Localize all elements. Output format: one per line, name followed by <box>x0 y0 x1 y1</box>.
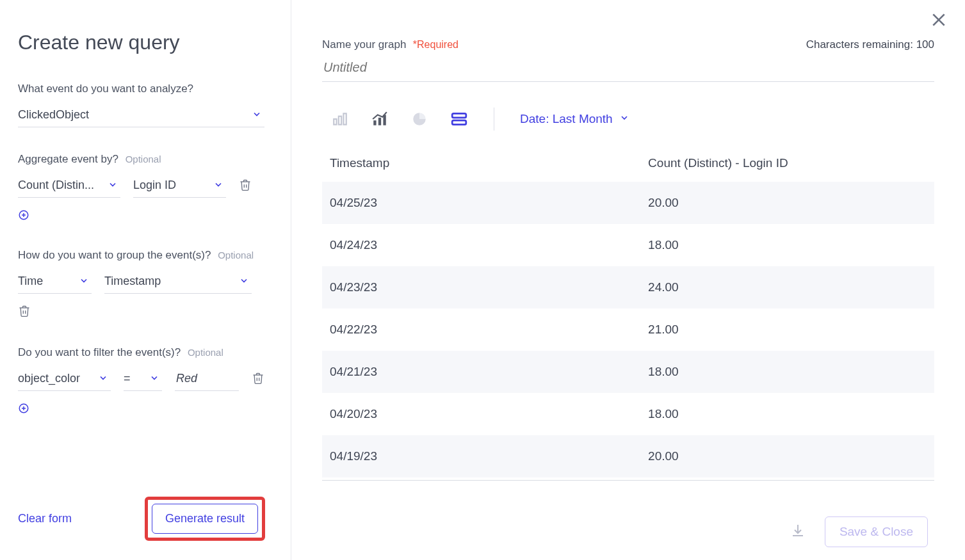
date-range-value: Date: Last Month <box>520 112 613 126</box>
table-row: 04/19/2320.00 <box>322 435 934 477</box>
delete-group-button[interactable] <box>18 309 31 320</box>
required-badge: *Required <box>413 39 458 50</box>
generate-result-button[interactable]: Generate result <box>152 504 258 534</box>
chevron-down-icon <box>79 275 89 289</box>
column-header-timestamp: Timestamp <box>322 145 640 182</box>
optional-badge: Optional <box>188 347 223 358</box>
svg-rect-15 <box>452 120 466 125</box>
cell-timestamp: 04/20/23 <box>322 393 640 435</box>
cell-value: 18.00 <box>640 351 934 393</box>
filter-question-label: Do you want to filter the event(s)? Opti… <box>18 346 265 359</box>
add-aggregate-button[interactable] <box>18 209 29 223</box>
close-icon[interactable] <box>930 12 947 31</box>
group-type-value: Time <box>18 275 43 288</box>
column-header-count: Count (Distinct) - Login ID <box>640 145 934 182</box>
cell-value: 21.00 <box>640 308 934 351</box>
cell-value: 18.00 <box>640 393 934 435</box>
table-bottom-divider <box>322 480 934 481</box>
table-row: 04/25/2320.00 <box>322 182 934 224</box>
aggregate-function-value: Count (Distin... <box>18 179 94 192</box>
date-range-select[interactable]: Date: Last Month <box>520 112 629 126</box>
aggregate-field-select[interactable]: Login ID <box>133 175 226 198</box>
cell-timestamp: 04/24/23 <box>322 224 640 266</box>
table-row: 04/24/2318.00 <box>322 224 934 266</box>
highlight-annotation: Generate result <box>145 497 265 541</box>
group-question-label: How do you want to group the event(s)? O… <box>18 249 265 262</box>
group-field-value: Timestamp <box>104 275 161 288</box>
page-title: Create new query <box>18 31 265 54</box>
aggregate-question-label: Aggregate event by? Optional <box>18 153 265 166</box>
chevron-down-icon <box>619 112 629 126</box>
cell-value: 20.00 <box>640 182 934 224</box>
table-view-icon[interactable] <box>450 111 468 127</box>
delete-filter-button[interactable] <box>252 371 264 388</box>
download-icon[interactable] <box>790 523 806 541</box>
optional-badge: Optional <box>218 250 254 260</box>
filter-operator-value: = <box>124 372 131 385</box>
svg-rect-9 <box>339 116 341 125</box>
cell-value: 20.00 <box>640 435 934 477</box>
cell-value: 24.00 <box>640 266 934 308</box>
results-pane: Name your graph *Required Characters rem… <box>291 0 965 560</box>
aggregate-field-value: Login ID <box>133 179 176 192</box>
chevron-down-icon <box>98 372 108 386</box>
svg-rect-10 <box>343 113 346 124</box>
table-row: 04/22/2321.00 <box>322 308 934 351</box>
clear-form-button[interactable]: Clear form <box>18 512 72 525</box>
bar-chart-icon[interactable] <box>331 111 349 127</box>
group-type-select[interactable]: Time <box>18 271 92 294</box>
chevron-down-icon <box>108 179 118 193</box>
optional-badge: Optional <box>126 154 161 164</box>
filter-operator-select[interactable]: = <box>124 368 162 391</box>
chevron-down-icon <box>239 275 249 289</box>
chevron-down-icon <box>149 372 159 386</box>
event-question-label: What event do you want to analyze? <box>18 83 265 95</box>
cell-timestamp: 04/23/23 <box>322 266 640 308</box>
add-filter-button[interactable] <box>18 403 29 417</box>
group-field-select[interactable]: Timestamp <box>104 271 252 294</box>
svg-rect-8 <box>334 119 336 125</box>
table-row: 04/23/2324.00 <box>322 266 934 308</box>
query-sidebar: Create new query What event do you want … <box>0 0 291 560</box>
characters-remaining: Characters remaining: 100 <box>806 38 934 51</box>
cell-timestamp: 04/25/23 <box>322 182 640 224</box>
aggregate-function-select[interactable]: Count (Distin... <box>18 175 120 198</box>
event-select[interactable]: ClickedObject <box>18 104 264 127</box>
chevron-down-icon <box>213 179 223 193</box>
cell-timestamp: 04/19/23 <box>322 435 640 477</box>
filter-field-value: object_color <box>18 372 80 385</box>
cell-value: 18.00 <box>640 224 934 266</box>
toolbar-divider <box>494 108 494 131</box>
table-row: 04/21/2318.00 <box>322 351 934 393</box>
combo-chart-icon[interactable] <box>371 111 389 127</box>
table-row: 04/20/2318.00 <box>322 393 934 435</box>
results-table: Timestamp Count (Distinct) - Login ID 04… <box>322 145 934 477</box>
event-select-value: ClickedObject <box>18 108 89 122</box>
delete-aggregate-button[interactable] <box>239 178 252 195</box>
cell-timestamp: 04/21/23 <box>322 351 640 393</box>
cell-timestamp: 04/22/23 <box>322 308 640 351</box>
filter-value-input[interactable] <box>175 368 239 391</box>
chevron-down-icon <box>252 109 262 122</box>
save-close-button[interactable]: Save & Close <box>825 516 928 547</box>
filter-field-select[interactable]: object_color <box>18 368 111 391</box>
graph-name-input[interactable] <box>322 54 934 82</box>
svg-rect-11 <box>373 120 376 125</box>
pie-chart-icon[interactable] <box>410 111 428 127</box>
svg-rect-14 <box>452 113 466 118</box>
graph-name-label: Name your graph <box>322 38 406 51</box>
svg-rect-12 <box>378 118 381 125</box>
